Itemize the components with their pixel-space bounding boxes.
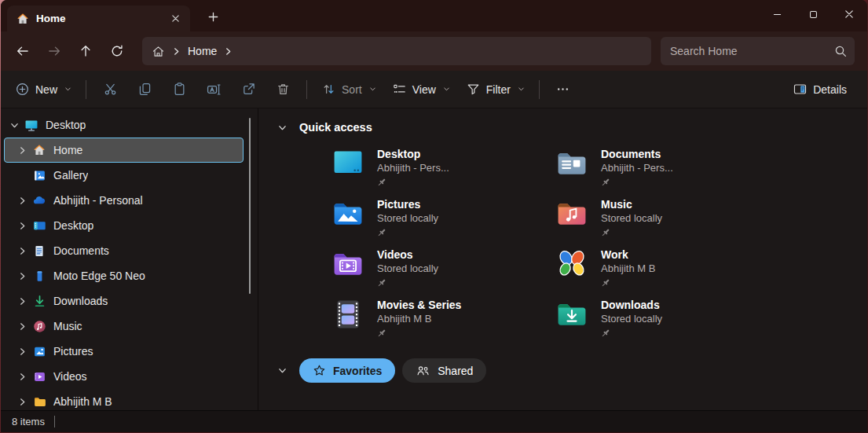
onedrive-icon	[31, 193, 47, 207]
breadcrumb[interactable]: Home	[142, 37, 651, 65]
sidebar-item[interactable]: Pictures	[4, 339, 244, 364]
monitor-icon	[24, 118, 39, 132]
home-outline-icon	[152, 45, 165, 58]
phone-icon	[31, 269, 47, 283]
tile-videos-icon	[331, 247, 365, 281]
sidebar-item[interactable]: Moto Edge 50 Neo	[4, 263, 244, 288]
command-bar: New Sort View	[1, 71, 867, 108]
items-view: Quick access Desktop Abhijith - Pers...	[258, 108, 867, 410]
new-tab-button[interactable]	[202, 7, 224, 26]
chevron-right-icon	[171, 46, 181, 57]
close-button[interactable]	[831, 0, 867, 28]
Movies & Series-button[interactable]: Movies & Series Abhijith M B	[331, 297, 555, 347]
sidebar-item[interactable]: Abhijith - Personal	[4, 188, 244, 213]
chevron-icon[interactable]	[13, 196, 31, 206]
details-pane-icon	[793, 82, 808, 97]
Documents-button[interactable]: Documents Abhijith - Pers...	[555, 146, 814, 196]
tab-title: Home	[36, 13, 158, 24]
breadcrumb-segment[interactable]: Home	[171, 45, 217, 57]
tile-work-icon	[555, 247, 589, 281]
home-icon	[16, 13, 29, 25]
navigation-bar: Home	[1, 31, 867, 71]
forward-button[interactable]	[38, 37, 70, 65]
music-disc-icon	[31, 319, 47, 333]
sidebar-item[interactable]: Videos	[4, 364, 244, 389]
chevron-down-icon	[518, 86, 525, 93]
tile-movies-icon	[331, 297, 365, 332]
pin-icon	[377, 178, 387, 188]
refresh-button[interactable]	[101, 37, 133, 65]
Desktop-button[interactable]: Desktop Abhijith - Pers...	[331, 146, 555, 196]
sidebar-item[interactable]: Downloads	[4, 288, 244, 314]
star-icon	[313, 364, 326, 377]
titlebar: Home	[1, 0, 867, 31]
sidebar-item[interactable]: Home	[4, 138, 244, 163]
Downloads-button[interactable]: Downloads Stored locally	[555, 297, 814, 347]
chevron-icon[interactable]	[13, 397, 31, 407]
search-box[interactable]	[661, 37, 855, 65]
copy-icon[interactable]	[127, 75, 162, 104]
Work-button[interactable]: Work Abhijith M B	[555, 247, 814, 297]
Pictures-button[interactable]: Pictures Stored locally	[331, 196, 555, 247]
sidebar-item[interactable]: Documents	[4, 238, 244, 263]
chevron-icon[interactable]	[13, 221, 31, 231]
chevron-icon[interactable]	[13, 271, 31, 281]
gallery-icon	[31, 168, 47, 182]
maximize-button[interactable]	[795, 0, 831, 28]
trash-icon[interactable]	[266, 75, 300, 104]
chevron-down-icon[interactable]	[277, 123, 288, 133]
tab-close-icon[interactable]	[165, 9, 185, 28]
download-icon	[31, 294, 47, 308]
video-icon	[31, 369, 47, 383]
chevron-icon[interactable]	[13, 246, 31, 256]
sort-icon	[321, 82, 336, 97]
chevron-down-icon[interactable]	[277, 365, 288, 376]
filter-pill[interactable]: Shared	[402, 358, 486, 383]
details-button[interactable]: Details	[785, 75, 855, 104]
chevron-right-icon[interactable]	[223, 46, 233, 57]
tab-home[interactable]: Home	[7, 6, 190, 31]
up-button[interactable]	[70, 37, 101, 65]
folder-icon	[31, 394, 47, 409]
chevron-icon[interactable]	[13, 145, 31, 156]
sidebar-item[interactable]: Abhijith M B	[4, 389, 244, 414]
chevron-down-icon	[443, 86, 450, 93]
share-icon[interactable]	[231, 75, 266, 104]
rename-icon[interactable]	[196, 75, 231, 104]
pin-icon	[377, 328, 387, 339]
sidebar-item[interactable]: Desktop	[4, 112, 244, 138]
Music-button[interactable]: Music Stored locally	[555, 196, 814, 247]
back-button[interactable]	[7, 37, 38, 65]
chevron-icon[interactable]	[5, 120, 24, 130]
Videos-button[interactable]: Videos Stored locally	[331, 247, 555, 297]
chevron-icon[interactable]	[13, 296, 31, 306]
filter-pill[interactable]: Favorites	[299, 358, 395, 383]
new-button[interactable]: New	[7, 75, 79, 104]
divider	[539, 80, 540, 99]
chevron-down-icon	[369, 86, 376, 93]
search-icon[interactable]	[834, 45, 847, 57]
chevron-icon[interactable]	[13, 372, 31, 382]
navigation-pane: Desktop Home Gallery Abhijith	[1, 108, 258, 410]
document-icon	[31, 244, 47, 258]
chevron-icon[interactable]	[13, 321, 31, 332]
quick-access-grid: Desktop Abhijith - Pers... Documents Abh…	[331, 146, 867, 347]
pin-icon	[601, 328, 611, 339]
chevron-icon[interactable]	[13, 347, 31, 357]
sidebar-scrollbar[interactable]	[249, 118, 251, 294]
minimize-button[interactable]	[759, 0, 795, 28]
quick-access-header[interactable]: Quick access	[277, 121, 867, 134]
window-controls	[759, 0, 867, 28]
view-icon	[392, 82, 407, 97]
cut-icon[interactable]	[93, 75, 127, 104]
sidebar-item[interactable]: Music	[4, 314, 244, 339]
divider	[306, 80, 307, 99]
sidebar-item[interactable]: Gallery	[4, 163, 244, 188]
search-input[interactable]	[670, 45, 834, 57]
see-more-button[interactable]	[546, 75, 580, 104]
pin-icon	[601, 178, 611, 188]
tile-downloads-icon	[555, 297, 589, 332]
paste-icon[interactable]	[162, 75, 196, 104]
picture-icon	[31, 344, 47, 358]
sidebar-item[interactable]: Desktop	[4, 213, 244, 238]
